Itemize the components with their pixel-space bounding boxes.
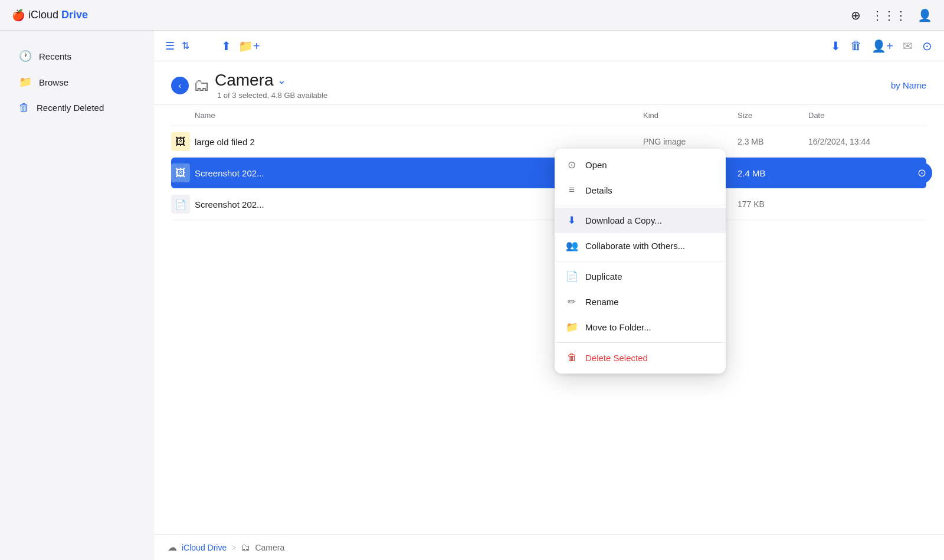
file-thumbnail: 🖼 bbox=[171, 163, 190, 182]
ctx-duplicate-icon: 📄 bbox=[565, 270, 578, 283]
sidebar-item-recently-deleted[interactable]: 🗑 Recently Deleted bbox=[5, 96, 148, 120]
ctx-collaborate-icon: 👥 bbox=[565, 240, 578, 252]
ctx-open-icon: ⊙ bbox=[565, 159, 578, 171]
app-icloud-text: iCloud bbox=[28, 9, 58, 21]
share-person-icon[interactable]: 👤+ bbox=[871, 39, 893, 53]
ctx-download-label: Download a Copy... bbox=[585, 215, 662, 225]
toolbar-right: ⬇ 🗑 👤+ ✉ ⊙ bbox=[831, 39, 932, 53]
context-menu: ⊙ Open ≡ Details ⬇ Download a Copy... 👥 … bbox=[555, 149, 726, 374]
col-header-name: Name bbox=[195, 111, 643, 120]
row-thumb: 🖼 bbox=[171, 132, 195, 151]
ctx-divider-3 bbox=[555, 342, 726, 343]
upload-icon[interactable]: ⬆ bbox=[221, 39, 231, 53]
file-thumbnail: 🖼 bbox=[171, 132, 190, 151]
row-thumb: 📄 bbox=[171, 195, 195, 214]
top-bar-left: 🍎 iCloud Drive bbox=[12, 9, 88, 22]
back-chevron-icon: ‹ bbox=[179, 81, 182, 90]
apple-logo-icon: 🍎 bbox=[12, 9, 25, 22]
more-toolbar-icon[interactable]: ⊙ bbox=[922, 39, 932, 53]
ctx-download-icon: ⬇ bbox=[565, 214, 578, 227]
context-menu-item-download[interactable]: ⬇ Download a Copy... bbox=[555, 208, 726, 233]
ctx-rename-icon: ✏ bbox=[565, 296, 578, 308]
sidebar-item-label-recents: Recents bbox=[39, 51, 71, 61]
ctx-move-icon: 📁 bbox=[565, 321, 578, 333]
file-thumbnail: 📄 bbox=[171, 195, 190, 214]
folder-subtitle: 1 of 3 selected, 4.8 GB available bbox=[215, 91, 327, 100]
sidebar-item-browse[interactable]: 📁 Browse bbox=[5, 70, 148, 94]
col-header-date: Date bbox=[808, 111, 926, 120]
profile-icon[interactable]: 👤 bbox=[917, 8, 932, 22]
folder-header-left: ‹ 🗂 Camera ⌄ 1 of 3 selected, 4.8 GB ava… bbox=[171, 71, 327, 100]
ctx-divider-1 bbox=[555, 205, 726, 205]
context-menu-item-rename[interactable]: ✏ Rename bbox=[555, 289, 726, 315]
context-menu-item-move[interactable]: 📁 Move to Folder... bbox=[555, 315, 726, 340]
download-icon[interactable]: ⬇ bbox=[831, 39, 841, 53]
ctx-details-icon: ≡ bbox=[565, 184, 578, 196]
table-row[interactable]: 🖼 large old filed 2 PNG image 2.3 MB 16/… bbox=[171, 126, 926, 158]
main-layout: 🕐 Recents 📁 Browse 🗑 Recently Deleted ☰ … bbox=[0, 31, 944, 560]
new-folder-icon[interactable]: 📁+ bbox=[238, 39, 260, 53]
top-bar: 🍎 iCloud Drive ⊕ ⋮⋮⋮ 👤 bbox=[0, 0, 944, 31]
recently-deleted-icon: 🗑 bbox=[19, 101, 30, 114]
ctx-delete-icon: 🗑 bbox=[565, 352, 578, 363]
ctx-duplicate-label: Duplicate bbox=[585, 271, 622, 281]
row-kind: PNG image bbox=[643, 137, 738, 146]
folder-name: Camera bbox=[215, 71, 274, 90]
list-view-icon[interactable]: ☰ bbox=[165, 40, 175, 53]
delete-toolbar-icon[interactable]: 🗑 bbox=[850, 39, 862, 53]
sort-toggle-icon[interactable]: ⇅ bbox=[182, 40, 189, 51]
row-size: 2.3 MB bbox=[738, 137, 808, 146]
toolbar-left: ☰ ⇅ ⬆ 📁+ bbox=[165, 39, 260, 53]
breadcrumb-folder-icon: 🗂 bbox=[241, 542, 250, 553]
grid-icon[interactable]: ⋮⋮⋮ bbox=[871, 8, 907, 22]
back-button[interactable]: ‹ bbox=[171, 77, 189, 94]
table-row[interactable]: 🖼 Screenshot 202... PNG image 2.4 MB ⊙ bbox=[171, 158, 926, 189]
row-name: large old filed 2 bbox=[195, 137, 643, 147]
breadcrumb-bottom: ☁ iCloud Drive > 🗂 Camera bbox=[153, 534, 944, 560]
ctx-details-label: Details bbox=[585, 185, 612, 195]
toolbar: ☰ ⇅ ⬆ 📁+ ⬇ 🗑 👤+ ✉ ⊙ bbox=[153, 31, 944, 61]
row-size: 177 KB bbox=[738, 199, 808, 209]
ctx-delete-label: Delete Selected bbox=[585, 353, 648, 363]
app-title: iCloud Drive bbox=[28, 9, 88, 21]
breadcrumb-folder-label: Camera bbox=[255, 543, 284, 552]
ctx-open-label: Open bbox=[585, 160, 607, 170]
sidebar-item-label-browse: Browse bbox=[39, 77, 68, 87]
folder-header: ‹ 🗂 Camera ⌄ 1 of 3 selected, 4.8 GB ava… bbox=[153, 61, 944, 105]
add-icon[interactable]: ⊕ bbox=[851, 8, 861, 22]
recents-icon: 🕐 bbox=[19, 50, 32, 63]
col-header-checkbox bbox=[171, 111, 195, 120]
ctx-divider-2 bbox=[555, 261, 726, 261]
col-header-kind: Kind bbox=[643, 111, 738, 120]
file-table: Name Kind Size Date 🖼 large old filed 2 … bbox=[153, 105, 944, 534]
folder-title-group: Camera ⌄ 1 of 3 selected, 4.8 GB availab… bbox=[215, 71, 327, 100]
sidebar: 🕐 Recents 📁 Browse 🗑 Recently Deleted bbox=[0, 31, 153, 560]
ctx-collaborate-label: Collaborate with Others... bbox=[585, 241, 685, 251]
row-date: 16/2/2024, 13:44 bbox=[808, 137, 926, 146]
sidebar-item-recents[interactable]: 🕐 Recents bbox=[5, 44, 148, 68]
breadcrumb-icloud-link[interactable]: iCloud Drive bbox=[182, 543, 227, 552]
context-menu-item-collaborate[interactable]: 👥 Collaborate with Others... bbox=[555, 233, 726, 258]
mail-icon[interactable]: ✉ bbox=[903, 39, 913, 53]
row-more-button[interactable]: ⊙ bbox=[911, 162, 932, 184]
folder-icon-large: 🗂 bbox=[194, 76, 210, 95]
folder-chevron-icon[interactable]: ⌄ bbox=[277, 74, 286, 87]
ctx-rename-label: Rename bbox=[585, 297, 619, 307]
app-drive-text: Drive bbox=[58, 9, 88, 21]
context-menu-item-duplicate[interactable]: 📄 Duplicate bbox=[555, 264, 726, 289]
breadcrumb-separator: > bbox=[231, 543, 236, 552]
breadcrumb-cloud-icon: ☁ bbox=[168, 542, 177, 553]
content-area: ☰ ⇅ ⬆ 📁+ ⬇ 🗑 👤+ ✉ ⊙ ‹ 🗂 bbox=[153, 31, 944, 560]
context-menu-item-details[interactable]: ≡ Details bbox=[555, 178, 726, 202]
sidebar-item-label-recently-deleted: Recently Deleted bbox=[37, 103, 104, 113]
row-size: 2.4 MB bbox=[738, 168, 808, 178]
table-row[interactable]: 📄 Screenshot 202... PNG image 177 KB bbox=[171, 189, 926, 220]
ctx-move-label: Move to Folder... bbox=[585, 322, 651, 332]
col-header-size: Size bbox=[738, 111, 808, 120]
top-bar-right: ⊕ ⋮⋮⋮ 👤 bbox=[851, 8, 932, 22]
folder-title-wrap: Camera ⌄ bbox=[215, 71, 327, 90]
sort-by-name[interactable]: by Name bbox=[891, 80, 926, 90]
row-thumb: 🖼 bbox=[171, 163, 195, 182]
context-menu-item-open[interactable]: ⊙ Open bbox=[555, 152, 726, 178]
context-menu-item-delete[interactable]: 🗑 Delete Selected bbox=[555, 345, 726, 370]
